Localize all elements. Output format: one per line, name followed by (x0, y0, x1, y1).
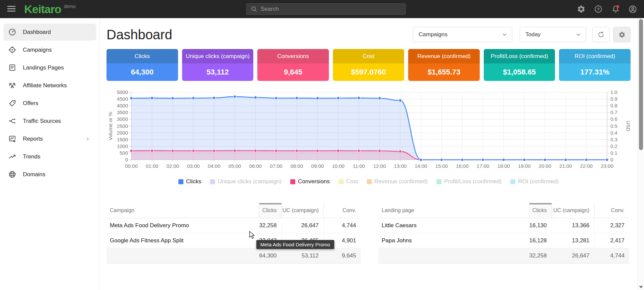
grouping-select[interactable]: Campaigns (413, 27, 512, 42)
column-header-clicks[interactable]: Clicks (259, 203, 282, 218)
sidebar-item-trends[interactable]: Trends (3, 148, 96, 165)
mouse-cursor (249, 231, 255, 239)
data-point (606, 158, 608, 161)
sidebar-item-reports[interactable]: Reports (3, 130, 96, 147)
row-value-cell: 16,128 (529, 233, 552, 248)
svg-text:USD: USD (626, 121, 631, 132)
topbar-icons: ? (576, 0, 637, 18)
series-conversions-area (131, 151, 607, 160)
stat-card-label: Cost (333, 49, 404, 63)
stat-card-label: Revenue (confirmed) (408, 49, 480, 63)
domains-icon (8, 170, 16, 179)
help-button[interactable]: ? (594, 4, 603, 14)
svg-text:21:00: 21:00 (559, 163, 572, 169)
sidebar-item-domains[interactable]: Domains (3, 166, 96, 183)
column-header-conv[interactable]: Conv. (324, 203, 361, 218)
sidebar-item-offers[interactable]: sOffers (3, 95, 96, 112)
stat-card-label: Unique clicks (campaign) (182, 49, 254, 63)
sidebar-item-label: Dashboard (23, 29, 51, 36)
legend-item-conversions[interactable]: Conversions (290, 178, 330, 185)
svg-text:1000: 1000 (117, 143, 128, 149)
search-input[interactable] (261, 6, 395, 12)
row-name-cell[interactable]: Google Ads Fitness App Split (106, 233, 259, 248)
svg-text:5000: 5000 (117, 89, 128, 95)
svg-text:13:00: 13:00 (394, 163, 407, 169)
dashboard-controls: Campaigns Today (413, 27, 631, 42)
row-name-cell[interactable]: Meta Ads Food Delivery Promo (106, 218, 259, 233)
svg-text:0.5: 0.5 (610, 123, 617, 129)
legend-item-revenue-confirmed[interactable]: Revenue (confirmed) (367, 178, 428, 185)
gear-icon (618, 31, 626, 38)
sidebar-item-dashboard[interactable]: Dashboard (3, 23, 96, 41)
data-point (544, 158, 546, 161)
legend-label: Revenue (confirmed) (375, 178, 428, 185)
summary-tables: CampaignClicksUC (campaign)Conv.Meta Ads… (106, 203, 631, 263)
menu-button[interactable] (7, 4, 16, 14)
app-logo[interactable]: Keitaro (24, 0, 61, 18)
legend-item-unique-clicks-campaign[interactable]: Unique clicks (campaign) (210, 178, 282, 185)
sidebar-item-campaigns[interactable]: Campaigns (3, 41, 96, 58)
sidebar-item-label: Campaigns (23, 47, 52, 53)
sort-indicator (529, 203, 552, 204)
svg-text:19:00: 19:00 (518, 163, 531, 169)
scrollbar-thumb[interactable] (639, 19, 643, 150)
sidebar-item-traffic-sources[interactable]: Traffic Sources (3, 112, 96, 130)
svg-text:0.2: 0.2 (610, 143, 617, 149)
svg-text:16:00: 16:00 (456, 163, 469, 169)
stat-card-label: Conversions (257, 49, 329, 63)
date-range-select[interactable]: Today (520, 27, 586, 42)
sidebar-item-label: Affiliate Networks (23, 82, 67, 89)
data-point (275, 97, 277, 99)
row-name-cell[interactable]: Little Caesars (378, 218, 529, 233)
column-header-conv[interactable]: Conv. (594, 203, 629, 218)
table-row[interactable]: Little Caesars16,13013,3662,327 (378, 218, 629, 233)
svg-text:2500: 2500 (117, 123, 128, 129)
row-name-cell[interactable]: Papa Johns (378, 233, 529, 248)
column-header-clicks[interactable]: Clicks (529, 203, 552, 218)
row-value-cell: 2,327 (594, 218, 629, 233)
data-point (337, 97, 339, 99)
table-row[interactable]: Meta Ads Food Delivery Promo32,25826,647… (106, 218, 361, 233)
row-value-cell: 13,281 (552, 233, 594, 248)
sidebar-item-label: Trends (23, 153, 40, 160)
user-icon (628, 5, 637, 14)
legend-item-profit-loss-confirmed[interactable]: Profit/Loss (confirmed) (436, 178, 502, 185)
chevron-down-icon (502, 32, 507, 37)
affiliate-icon (8, 81, 16, 90)
legend-item-roi-confirmed[interactable]: ROI (confirmed) (510, 178, 559, 185)
logo-demo-badge: demo (64, 4, 76, 9)
column-header-uc-campaign[interactable]: UC (campaign) (552, 203, 594, 218)
svg-text:0: 0 (610, 157, 613, 162)
data-point (420, 158, 422, 161)
refresh-button[interactable] (592, 27, 610, 42)
legend-swatch (339, 179, 344, 184)
column-header-uc-campaign[interactable]: UC (campaign) (282, 203, 324, 218)
stat-card-revenue-confirmed: Revenue (confirmed)$1,655.73 (408, 49, 480, 81)
svg-text:s: s (13, 100, 14, 103)
column-header-landing-page[interactable]: Landing page (378, 203, 529, 218)
sidebar-item-label: Domains (23, 171, 45, 178)
bell-icon (611, 5, 620, 14)
legend-item-cost[interactable]: Cost (339, 178, 358, 185)
traffic-icon (8, 117, 16, 126)
data-point (378, 149, 381, 152)
landings-icon (8, 63, 16, 72)
column-header-campaign[interactable]: Campaign (106, 203, 259, 218)
data-point (151, 97, 153, 99)
notifications-button[interactable] (611, 4, 620, 14)
account-button[interactable] (628, 4, 637, 14)
page-scrollbar[interactable] (637, 18, 644, 290)
sidebar-item-landings-pages[interactable]: Landings Pages (3, 59, 96, 76)
sidebar-item-affiliate-networks[interactable]: Affiliate Networks (3, 77, 96, 94)
scrollbar-down-arrow[interactable] (639, 286, 643, 288)
row-value-cell: 26,647 (282, 218, 324, 233)
topbar-settings-button[interactable] (576, 4, 586, 14)
total-cell (106, 248, 259, 263)
svg-text:04:00: 04:00 (208, 163, 220, 169)
dashboard-settings-button[interactable] (613, 27, 631, 42)
legend-item-clicks[interactable]: Clicks (178, 178, 201, 185)
row-value-cell: 13,366 (552, 218, 594, 233)
table-row[interactable]: Papa Johns16,12813,2812,417 (378, 233, 629, 248)
stat-card-value: 177.31% (559, 63, 631, 81)
page-title: Dashboard (106, 27, 172, 42)
